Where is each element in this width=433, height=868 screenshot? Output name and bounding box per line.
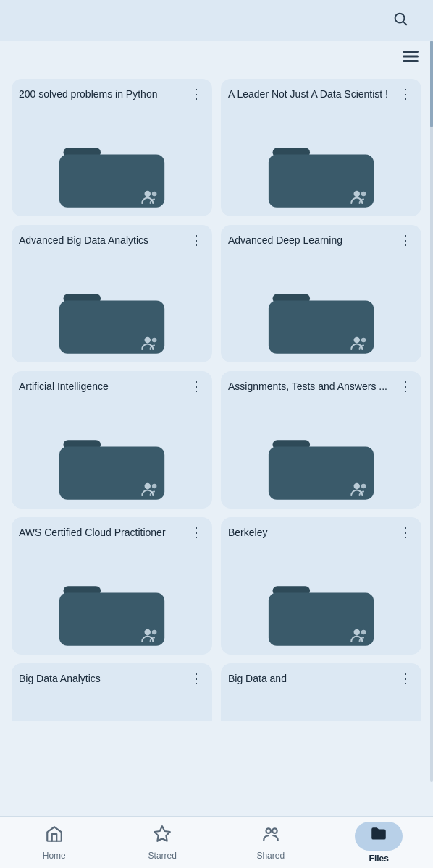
svg-point-16 <box>151 338 156 343</box>
list-view-icon[interactable] <box>403 51 419 66</box>
folder-card[interactable]: Berkeley⋮ <box>221 517 421 655</box>
folder-card-title: Advanced Deep Learning <box>228 234 398 247</box>
shared-icon <box>261 825 280 848</box>
folder-card[interactable]: 200 solved problems in Python⋮ <box>12 79 212 216</box>
svg-point-28 <box>361 484 366 489</box>
nav-item-home[interactable]: Home <box>0 819 109 867</box>
folder-card-header: Assignments, Tests and Answers ...⋮ <box>228 380 414 412</box>
folder-menu-button[interactable]: ⋮ <box>398 672 414 685</box>
svg-point-27 <box>353 483 359 489</box>
folder-card-title: Berkeley <box>228 526 398 539</box>
nav-files-label: Files <box>369 854 389 864</box>
folder-card[interactable]: A Leader Not Just A Data Scientist !⋮ <box>221 79 421 216</box>
folder-card-title: Artificial Intelligence <box>19 380 188 393</box>
folder-menu-button[interactable]: ⋮ <box>188 672 205 685</box>
svg-point-32 <box>151 630 156 635</box>
folder-card-header: Advanced Deep Learning⋮ <box>228 234 414 265</box>
svg-point-8 <box>151 192 156 197</box>
star-icon <box>153 825 172 848</box>
nav-item-starred[interactable]: Starred <box>109 819 217 867</box>
folder-menu-button[interactable]: ⋮ <box>188 526 205 539</box>
sort-row <box>0 41 433 73</box>
partial-folders-row: Big Data Analytics⋮Big Data and⋮ <box>0 655 433 721</box>
svg-point-23 <box>144 483 150 489</box>
topbar <box>0 0 433 41</box>
folder-card[interactable]: Advanced Deep Learning⋮ <box>221 225 421 362</box>
folder-card-header: Big Data Analytics⋮ <box>19 672 205 694</box>
scrollbar-thumb <box>430 41 433 127</box>
bottom-navigation: Home Starred Shared <box>0 816 433 868</box>
home-icon <box>45 825 64 848</box>
folder-card[interactable]: Big Data Analytics⋮ <box>12 663 212 721</box>
scrollbar-track[interactable] <box>430 41 433 782</box>
folder-card-title: Advanced Big Data Analytics <box>19 234 188 247</box>
svg-point-38 <box>266 828 271 833</box>
svg-rect-26 <box>268 447 373 500</box>
folder-icon-wrap <box>228 265 414 362</box>
folder-menu-button[interactable]: ⋮ <box>188 88 205 101</box>
folder-card-header: Big Data and⋮ <box>228 672 414 694</box>
folder-card[interactable]: AWS Certified Cloud Practitioner⋮ <box>12 517 212 655</box>
folder-icon-wrap <box>228 119 414 216</box>
svg-line-1 <box>403 22 406 25</box>
nav-starred-label: Starred <box>148 851 177 861</box>
svg-point-20 <box>361 338 366 343</box>
svg-point-35 <box>353 629 359 635</box>
folder-card-header: Advanced Big Data Analytics⋮ <box>19 234 205 265</box>
folder-card[interactable]: Big Data and⋮ <box>221 663 421 721</box>
folder-menu-button[interactable]: ⋮ <box>188 380 205 393</box>
folder-card-header: AWS Certified Cloud Practitioner⋮ <box>19 526 205 558</box>
svg-rect-22 <box>59 447 164 500</box>
folder-icon-wrap <box>228 412 414 509</box>
nav-shared-label: Shared <box>256 851 285 861</box>
svg-rect-14 <box>59 301 164 354</box>
svg-rect-10 <box>268 155 373 208</box>
folder-card-header: Artificial Intelligence⋮ <box>19 380 205 412</box>
svg-point-19 <box>353 337 359 343</box>
folder-card-title: Big Data and <box>228 672 398 685</box>
files-folder-icon <box>369 825 388 848</box>
svg-point-15 <box>144 337 150 343</box>
svg-point-11 <box>353 191 359 197</box>
svg-point-24 <box>151 484 156 489</box>
folder-card-title: A Leader Not Just A Data Scientist ! <box>228 88 398 101</box>
folder-card-header: Berkeley⋮ <box>228 526 414 558</box>
svg-rect-4 <box>403 60 419 62</box>
folder-card[interactable]: Advanced Big Data Analytics⋮ <box>12 225 212 362</box>
svg-rect-30 <box>59 593 164 646</box>
folder-card-title: 200 solved problems in Python <box>19 88 188 101</box>
svg-marker-37 <box>154 826 170 841</box>
nav-files-bg <box>355 822 403 851</box>
topbar-actions <box>392 11 421 30</box>
svg-rect-18 <box>268 301 373 354</box>
folder-icon-wrap <box>19 265 205 362</box>
svg-rect-3 <box>403 56 419 58</box>
folder-icon-wrap <box>19 412 205 509</box>
folder-card[interactable]: Artificial Intelligence⋮ <box>12 371 212 509</box>
svg-point-31 <box>144 629 150 635</box>
folders-grid: 200 solved problems in Python⋮ A Leader … <box>0 73 433 655</box>
svg-point-39 <box>272 828 277 833</box>
nav-item-shared[interactable]: Shared <box>216 819 325 867</box>
nav-item-files[interactable]: Files <box>325 816 434 869</box>
svg-point-12 <box>361 192 366 197</box>
folder-icon-wrap <box>19 558 205 655</box>
svg-rect-6 <box>59 155 164 208</box>
nav-home-bg <box>45 825 64 848</box>
search-icon[interactable] <box>392 11 408 30</box>
folder-card-header: A Leader Not Just A Data Scientist !⋮ <box>228 88 414 119</box>
folder-menu-button[interactable]: ⋮ <box>398 526 414 539</box>
folder-menu-button[interactable]: ⋮ <box>398 234 414 247</box>
svg-point-36 <box>361 630 366 635</box>
folder-icon-wrap <box>228 558 414 655</box>
folder-card-header: 200 solved problems in Python⋮ <box>19 88 205 119</box>
folder-menu-button[interactable]: ⋮ <box>188 234 205 247</box>
folder-card-title: Assignments, Tests and Answers ... <box>228 380 398 393</box>
svg-rect-2 <box>403 51 419 53</box>
folder-menu-button[interactable]: ⋮ <box>398 88 414 101</box>
folder-card[interactable]: Assignments, Tests and Answers ...⋮ <box>221 371 421 509</box>
nav-shared-bg <box>261 825 280 848</box>
folder-icon-wrap <box>19 119 205 216</box>
svg-rect-34 <box>268 593 373 646</box>
folder-menu-button[interactable]: ⋮ <box>398 380 414 393</box>
